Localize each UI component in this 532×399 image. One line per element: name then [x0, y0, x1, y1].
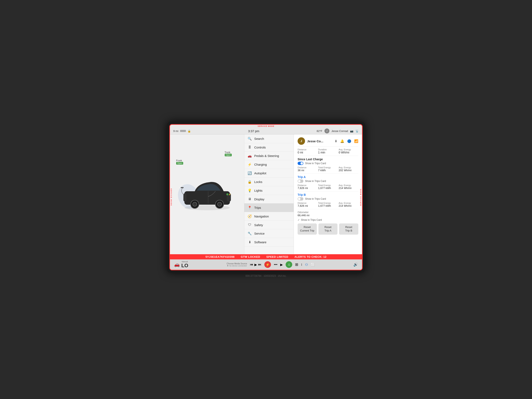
menu-label-lights: Lights: [254, 189, 262, 192]
reset-trip-a-button[interactable]: ResetTrip A: [318, 223, 338, 234]
menu-item-trips[interactable]: 📍 Trips: [244, 203, 294, 212]
service-mode-left: SERVICE MODE: [170, 188, 172, 206]
bluetooth-taskbar-icon[interactable]: ⚇: [305, 263, 308, 267]
since-last-charge-title: Since Last Charge: [298, 158, 358, 161]
odometer: Odometer 66,446 mi: [298, 211, 309, 217]
odometer-show-row[interactable]: ✓ Show in Trips Card: [298, 218, 358, 222]
trip-b-toggle-row[interactable]: Show in Trips Card: [298, 197, 358, 201]
controls-icon: 🎛: [248, 146, 252, 149]
software-icon: ⬇: [248, 240, 252, 244]
trips-username: Jesse Co...: [307, 139, 332, 143]
status-time: 3:37 pm: [248, 129, 259, 133]
trip-b-title[interactable]: Trip B: [298, 193, 358, 196]
search-icon: 🔍: [248, 137, 252, 141]
safety-icon: 🛡: [248, 223, 252, 227]
more-options-icon[interactable]: •••: [274, 263, 277, 266]
car-area: Trunk Open Frunk Open: [170, 134, 244, 254]
trip-b-toggle[interactable]: [298, 197, 303, 201]
flash-icon-button[interactable]: ⚡: [264, 261, 271, 268]
menu-item-service[interactable]: 🔧 Service: [244, 229, 294, 238]
menu-item-lights[interactable]: 💡 Lights: [244, 186, 294, 195]
outer-frame: SERVICE MODE SERVICE MODE SERVICE MODE 9…: [167, 122, 365, 273]
trip-a-toggle-row[interactable]: Show in Trips Card: [298, 179, 358, 183]
prev-track-icon[interactable]: ⏮: [250, 263, 253, 267]
trip-a-avg-energy: Avg. Energy 214 Wh/mi: [339, 184, 358, 190]
since-last-charge-stats: Distance 36 mi Total Energy 7 kWh Avg. E…: [298, 166, 358, 174]
wifi-icon: 📡: [355, 129, 359, 133]
trips-icons: ⬇ 🔔 🔵 📶: [335, 139, 358, 143]
alert-vin: 5YJ3E1EA7KF410398: [205, 255, 234, 258]
svg-point-10: [226, 193, 228, 195]
menu-item-display[interactable]: 🖥 Display: [244, 195, 294, 203]
grid-icon[interactable]: ⊞: [295, 262, 298, 267]
alert-bar: 5YJ3E1EA7KF410398 GTW LOCKED SPEED LIMIT…: [170, 254, 362, 260]
menu-item-locks[interactable]: 🔒 Locks: [244, 177, 294, 186]
menu-item-safety[interactable]: 🛡 Safety: [244, 221, 294, 229]
menu-area: 🔍 Search 🎛 Controls 🚗 Pedals & Steering …: [244, 134, 294, 254]
taskbar-center: Choose Media Source ✱ No device connecte…: [227, 261, 315, 268]
trip-b-distance: Distance 7,826 mi: [298, 202, 317, 207]
play-pause-icon[interactable]: ▶: [254, 263, 257, 267]
trip-a-stats: Distance 7,826 mi Total Energy 1,677 kWh…: [298, 184, 358, 191]
download-icon: ⬇: [335, 139, 337, 143]
menu-item-search[interactable]: 🔍 Search: [244, 134, 294, 143]
svg-text:⚡: ⚡: [228, 193, 231, 196]
taskbar-left: 🚗 Manual LO: [174, 261, 188, 268]
menu-item-pedals[interactable]: 🚗 Pedals & Steering: [244, 152, 294, 160]
menu-label-software: Software: [254, 241, 266, 244]
slc-total-energy: Total Energy 7 kWh: [318, 166, 338, 172]
spotify-icon-button[interactable]: ♫: [286, 261, 292, 268]
frunk-label: Frunk Open: [176, 159, 183, 165]
temp: 82°F: [317, 129, 322, 133]
recent-distance: Distance 0 mi: [298, 148, 317, 154]
main-area: Trunk Open Frunk Open: [170, 134, 362, 254]
trip-b-avg-energy: Avg. Energy 214 Wh/mi: [339, 202, 358, 207]
status-left: 9 mi 🔒: [173, 129, 191, 133]
since-last-charge-toggle[interactable]: [298, 162, 303, 165]
checkmark-icon: ✓: [298, 218, 300, 222]
odometer-show-label: Show in Trips Card: [301, 218, 322, 222]
trip-a-distance: Distance 7,826 mi: [298, 184, 317, 190]
media-source-info: Choose Media Source ✱ No device connecte…: [227, 262, 247, 267]
display-icon: 🖥: [248, 197, 252, 201]
since-last-charge-show-label: Show in Trips Card: [305, 162, 326, 165]
trips-recent-summary: Distance 0 mi Duration 1 min Avg. Energy…: [298, 148, 358, 156]
next-track-icon[interactable]: ⏭: [258, 263, 261, 267]
gear-mode-label: Manual: [181, 261, 188, 263]
trip-a-toggle[interactable]: [298, 179, 303, 183]
menu-item-charging[interactable]: ⚡ Charging: [244, 160, 294, 169]
trip-a-show-label: Show in Trips Card: [305, 180, 326, 183]
car-illustration: ⚡: [176, 172, 238, 217]
play-icon[interactable]: ▶: [280, 263, 283, 267]
odometer-row: Odometer 66,446 mi: [298, 211, 358, 217]
car-icon: 🚗: [174, 262, 180, 267]
trip-a-title[interactable]: Trip A: [298, 175, 358, 179]
camera-icon: 📷: [350, 129, 353, 133]
menu-label-locks: Locks: [254, 180, 262, 184]
reset-current-trip-button[interactable]: ResetCurrent Trip: [298, 223, 317, 234]
bell-icon: 🔔: [340, 139, 344, 143]
slc-avg-energy: Avg. Energy 202 Wh/mi: [339, 166, 358, 172]
dots-icon[interactable]: ⁞: [301, 263, 302, 267]
trunk-label: Trunk Open: [225, 151, 232, 156]
since-last-charge-toggle-row[interactable]: Show in Trips Card: [298, 162, 358, 165]
menu-label-charging: Charging: [254, 163, 267, 166]
taskbar-right[interactable]: 🔊: [353, 262, 358, 267]
screen: SERVICE MODE SERVICE MODE SERVICE MODE 9…: [169, 124, 363, 270]
menu-label-display: Display: [254, 197, 264, 201]
media-sub: ✱ No device connected: [227, 265, 247, 267]
menu-item-software[interactable]: ⬇ Software: [244, 238, 294, 247]
taskbar: 🚗 Manual LO Choose Media Source ✱ No dev…: [170, 260, 362, 270]
volume-icon[interactable]: 🔊: [353, 262, 358, 267]
menu-label-service: Service: [254, 232, 265, 235]
menu-item-autopilot[interactable]: 🔄 Autopilot: [244, 169, 294, 177]
lock-icon: 🔒: [188, 129, 191, 133]
user-avatar: J: [298, 137, 305, 145]
trips-header: J Jesse Co... ⬇ 🔔 🔵 📶: [298, 137, 358, 147]
window-icon[interactable]: ⬜: [311, 263, 315, 267]
trip-b-stats: Distance 7,826 mi Total Energy 1,677 kWh…: [298, 202, 358, 209]
menu-item-controls[interactable]: 🎛 Controls: [244, 143, 294, 152]
menu-item-navigation[interactable]: 🧭 Navigation: [244, 212, 294, 221]
reset-trip-b-button[interactable]: ResetTrip B: [339, 223, 358, 234]
bluetooth-icon: 🔵: [347, 139, 351, 143]
